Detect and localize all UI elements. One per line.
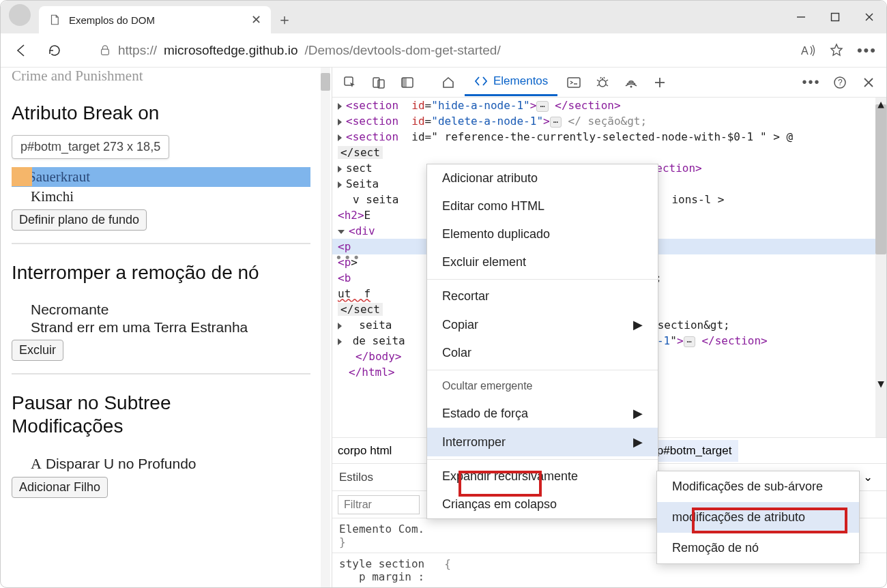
- heading-break-on: Atributo Break on: [12, 102, 323, 124]
- window-maximize-button[interactable]: [818, 1, 852, 33]
- ctx-collapse-children[interactable]: Crianças em colapso: [427, 490, 658, 518]
- heading-pause-subtree: Pausar no Subtree: [12, 392, 323, 414]
- more-icon[interactable]: •••: [857, 42, 877, 59]
- chevron-right-icon: ▶: [633, 317, 643, 332]
- ctx-cut[interactable]: Recortar: [427, 282, 658, 310]
- code-icon: [474, 74, 488, 88]
- back-button[interactable]: [10, 39, 33, 62]
- scrollbar[interactable]: ▲ ▼: [875, 98, 886, 437]
- add-child-button[interactable]: Adicionar Filho: [12, 477, 108, 498]
- new-tab-button[interactable]: ＋: [271, 6, 298, 33]
- heading-interrupt-removal: Interromper a remoção de nó: [12, 262, 323, 284]
- console-icon[interactable]: [562, 70, 586, 95]
- scrollbar[interactable]: [321, 68, 330, 587]
- tab-close-icon[interactable]: ✕: [251, 12, 261, 27]
- row-actions-icon[interactable]: •••: [332, 250, 362, 265]
- more-icon[interactable]: •••: [799, 70, 824, 95]
- ctx-hide-emergent[interactable]: Ocultar emergente: [427, 373, 658, 399]
- highlighted-element[interactable]: Sauerkraut: [12, 167, 323, 187]
- ctx-break-on[interactable]: Interromper▶: [427, 428, 658, 456]
- divider: [12, 373, 310, 374]
- tab-elements[interactable]: Elementos: [465, 69, 557, 96]
- svg-text:?: ?: [838, 78, 843, 87]
- page-content-pane: Crime and Punishment Atributo Break on p…: [1, 68, 332, 587]
- filter-input[interactable]: [338, 495, 420, 514]
- svg-rect-4: [102, 49, 109, 55]
- expand-icon[interactable]: [338, 119, 342, 126]
- list-item: ADisparar U no Profundo: [31, 455, 323, 473]
- ctx-duplicate-element[interactable]: Elemento duplicado: [427, 220, 658, 248]
- page-icon: [48, 14, 61, 26]
- divider: [12, 243, 310, 244]
- crumb[interactable]: corpo html: [338, 444, 392, 458]
- url-scheme: https://: [118, 43, 157, 58]
- list-item: Kimchi: [31, 188, 323, 205]
- bug-icon[interactable]: [590, 70, 615, 95]
- ctx-expand-recursively[interactable]: Expandir recursivamente: [427, 462, 658, 490]
- device-icon[interactable]: [366, 70, 391, 95]
- scrollbar-thumb[interactable]: [321, 73, 330, 91]
- close-devtools-icon[interactable]: [856, 70, 881, 95]
- list-item: Sauerkraut: [28, 168, 90, 185]
- tab-styles[interactable]: Estilos: [338, 468, 375, 487]
- exclude-button[interactable]: Excluir: [12, 340, 63, 361]
- submenu-node-removal[interactable]: Remoção de nó: [657, 533, 859, 563]
- svg-rect-10: [402, 78, 407, 87]
- ctx-delete-element[interactable]: Excluir element: [427, 248, 658, 276]
- svg-point-13: [630, 85, 632, 87]
- refresh-button[interactable]: [43, 39, 66, 62]
- browser-tab[interactable]: Exemplos do DOM ✕: [39, 6, 271, 33]
- list-item: Strand err em uma Terra Estranha: [31, 319, 323, 336]
- window-close-button[interactable]: [852, 1, 886, 33]
- svg-rect-11: [568, 78, 580, 87]
- truncated-heading: Crime and Punishment: [12, 70, 323, 85]
- read-aloud-icon[interactable]: A: [800, 42, 816, 59]
- submenu-attribute-mods[interactable]: modificações de atributo: [657, 502, 859, 533]
- ctx-add-attribute[interactable]: Adicionar atributo: [427, 164, 658, 192]
- ctx-copy[interactable]: Copiar▶: [427, 310, 658, 339]
- context-menu: Adicionar atributo Editar como HTML Elem…: [426, 164, 658, 519]
- url-host: microsoftedge.github.io: [164, 43, 297, 58]
- list-item: Necromante: [31, 302, 323, 318]
- scrollbar-thumb[interactable]: [875, 104, 886, 254]
- set-background-button[interactable]: Definir plano de fundo: [12, 209, 147, 231]
- chevron-down-icon[interactable]: ⌄: [863, 470, 873, 484]
- add-tab-icon[interactable]: [648, 70, 672, 95]
- ctx-force-state[interactable]: Estado de força▶: [427, 399, 658, 428]
- url-box[interactable]: https://microsoftedge.github.io/Demos/de…: [99, 43, 790, 58]
- devtools-toolbar: Elementos ••• ?: [332, 68, 886, 98]
- highlight-margin-icon: [12, 167, 32, 186]
- window-minimize-button[interactable]: [784, 1, 818, 33]
- ctx-edit-html[interactable]: Editar como HTML: [427, 192, 658, 220]
- profile-avatar[interactable]: [9, 4, 31, 26]
- titlebar: Exemplos do DOM ✕ ＋: [1, 1, 886, 33]
- crumb[interactable]: p#botm_target: [657, 444, 732, 457]
- chevron-right-icon: ▶: [633, 406, 643, 421]
- url-path: /Demos/devtools-dom-get-started/: [304, 43, 500, 58]
- home-icon[interactable]: [436, 70, 461, 95]
- heading-modifications: Modificações: [12, 415, 323, 437]
- break-on-submenu: Modificações de sub-árvore modificações …: [656, 471, 860, 564]
- svg-rect-1: [832, 14, 839, 21]
- chevron-right-icon: ▶: [633, 435, 643, 450]
- svg-point-12: [599, 80, 606, 87]
- inspect-icon[interactable]: [338, 70, 362, 95]
- ctx-paste[interactable]: Colar: [427, 339, 658, 367]
- element-tooltip: p#botm_target 273 x 18,5: [12, 135, 169, 159]
- tab-title: Exemplos do DOM: [69, 14, 155, 26]
- expand-icon[interactable]: [338, 134, 342, 141]
- expand-icon[interactable]: [338, 103, 342, 110]
- serif-a-icon: A: [31, 455, 42, 472]
- svg-text:A: A: [801, 45, 809, 57]
- help-icon[interactable]: ?: [828, 70, 852, 95]
- dock-icon[interactable]: [395, 70, 420, 95]
- lock-icon: [99, 44, 111, 57]
- favorite-icon[interactable]: [828, 42, 845, 59]
- submenu-subtree-mods[interactable]: Modificações de sub-árvore: [657, 471, 859, 502]
- address-bar: https://microsoftedge.github.io/Demos/de…: [1, 33, 886, 68]
- network-icon[interactable]: [619, 70, 643, 95]
